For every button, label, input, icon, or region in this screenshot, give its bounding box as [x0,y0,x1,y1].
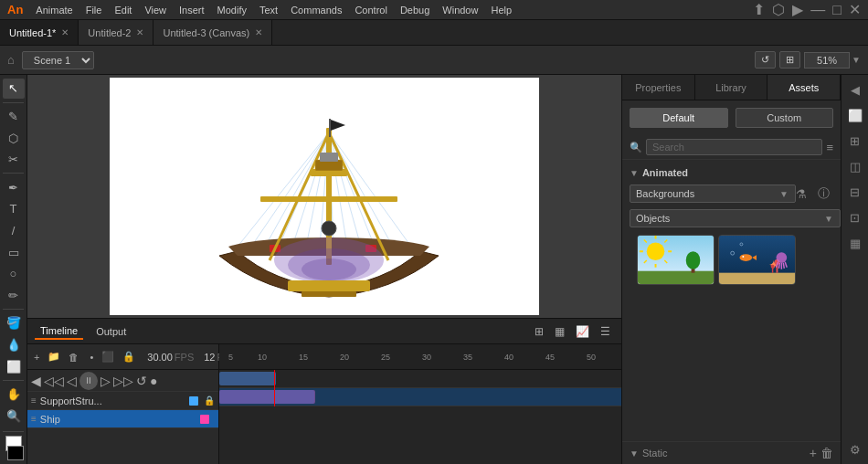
far-right-btn-5[interactable]: ⊟ [844,181,866,203]
dot-btn[interactable]: • [87,351,96,364]
tab-untitled2[interactable]: Untitled-2 ✕ [79,20,153,45]
menu-edit[interactable]: Edit [109,3,137,17]
thumb-sun[interactable] [637,235,715,285]
tool-zoom[interactable]: 🔍 [3,406,25,427]
prev-keyframe-btn[interactable]: ◀ [31,374,41,388]
tool-rect[interactable]: ▭ [3,242,25,262]
rotate-btn[interactable]: ↺ [755,51,776,69]
close-btn[interactable]: ✕ [849,1,861,18]
far-right-btn-bottom[interactable]: ⚙ [844,438,866,460]
layer-lock-1[interactable]: 🔒 [204,395,215,406]
frame-type-btn[interactable]: ⬛ [99,350,117,364]
tool-line[interactable]: / [3,221,25,241]
next-keyframe-btn[interactable]: ● [150,374,157,388]
backgrounds-select[interactable]: Backgrounds Objects Characters [630,185,796,203]
loop-btn[interactable]: ↺ [136,374,147,388]
canvas-area[interactable] [27,75,621,318]
menu-window[interactable]: Window [437,3,483,17]
panel-tab-properties[interactable]: Properties [622,75,695,100]
menu-commands[interactable]: Commands [285,3,347,17]
minimize-btn[interactable]: — [810,2,825,18]
asset-type-default[interactable]: Default [630,108,728,128]
play-pause-btn[interactable]: ⏸ [79,372,98,390]
play-btn2[interactable]: ▷▷ [113,374,133,388]
restore-btn[interactable]: ⬡ [772,1,785,18]
tool-eraser[interactable]: ⬜ [3,356,25,376]
time-20: 20 [340,353,349,362]
output-tab[interactable]: Output [90,324,132,339]
far-right-btn-6[interactable]: ⊡ [844,206,866,228]
tab-untitled1-label: Untitled-1* [9,27,56,38]
maximize-btn[interactable]: □ [832,2,842,18]
svg-point-32 [647,242,665,260]
tool-pencil[interactable]: ✏ [3,286,25,306]
menu-help[interactable]: Help [485,3,517,17]
animated-section-header[interactable]: ▼ Animated [630,163,833,182]
menu-modify[interactable]: Modify [212,3,252,17]
menu-control[interactable]: Control [349,3,392,17]
timeline-tab[interactable]: Timeline [35,323,83,340]
panel-tab-assets[interactable]: Assets [767,75,841,100]
info-icon[interactable]: ⓘ [814,184,833,204]
menu-file[interactable]: File [80,3,108,17]
menu-debug[interactable]: Debug [395,3,435,17]
tab-untitled1-close[interactable]: ✕ [61,27,69,37]
tool-select[interactable]: ↖ [3,79,25,99]
snap-btn[interactable]: ⊞ [779,51,800,69]
home-icon[interactable]: ⌂ [7,53,15,67]
tab-untitled2-close[interactable]: ✕ [136,27,143,37]
folder-btn[interactable]: 📁 [45,350,63,364]
thumb-ocean[interactable]: ✦ [718,235,796,285]
motion-btn[interactable]: 🔒 [120,350,138,364]
fill-color[interactable] [7,446,24,460]
tl-graph-icon[interactable]: 📈 [572,323,593,340]
objects-select[interactable]: Objects Backgrounds Characters [630,209,841,227]
layer-ship[interactable]: ≡ Ship [27,410,218,428]
tool-lasso[interactable]: ✂ [3,150,25,170]
tl-collapse-icon[interactable]: ▦ [551,323,568,340]
scene-select[interactable]: Scene 1 [22,51,94,69]
rewind-btn[interactable]: ◁◁ [44,374,64,388]
delete-layer-btn[interactable]: 🗑 [66,351,81,364]
tab-untitled3-close[interactable]: ✕ [255,27,262,37]
static-delete-btn[interactable]: 🗑 [820,446,833,460]
menu-text[interactable]: Text [254,3,283,17]
static-add-btn[interactable]: + [810,446,817,460]
tool-eyedropper[interactable]: 💧 [3,335,25,355]
far-right-btn-7[interactable]: ▦ [844,232,866,254]
add-layer-btn[interactable]: + [31,351,42,364]
panel-tab-library[interactable]: Library [695,75,768,100]
tl-layers-icon[interactable]: ⊞ [531,323,547,340]
zoom-input[interactable] [804,52,850,69]
tool-bucket[interactable]: 🪣 [3,313,25,333]
track-row-2[interactable] [219,388,621,406]
tab-untitled1[interactable]: Untitled-1* ✕ [0,20,79,45]
list-view-icon[interactable]: ≡ [826,141,833,154]
asset-type-custom[interactable]: Custom [736,108,834,128]
far-right-btn-2[interactable]: ⬜ [844,104,866,126]
far-right-btn-1[interactable]: ◀ [844,79,866,100]
upload-btn[interactable]: ⬆ [753,1,765,18]
layer-supportstru[interactable]: ≡ SupportStru... 🔒 [27,392,218,410]
far-right-btn-4[interactable]: ◫ [844,155,866,177]
menu-view[interactable]: View [139,3,172,17]
tab-untitled3[interactable]: Untitled-3 (Canvas) ✕ [153,20,272,45]
menu-insert[interactable]: Insert [174,3,210,17]
tool-hand[interactable]: ✋ [3,385,25,405]
main-content: ↖ ✎ ⬡ ✂ ✒ T / ▭ ○ ✏ 🪣 💧 ⬜ ✋ 🔍 [0,75,868,464]
svg-point-27 [302,258,356,280]
tool-pen[interactable]: ✒ [3,177,25,197]
step-back-btn[interactable]: ◁ [67,374,77,388]
tool-subselect[interactable]: ✎ [3,107,25,127]
play-btn[interactable]: ▶ [792,1,803,18]
step-fwd-btn[interactable]: ▷ [101,374,111,388]
tl-menu-icon[interactable]: ☰ [597,323,614,340]
tool-text[interactable]: T [3,199,25,219]
search-bar: 🔍 ≡ [622,135,841,160]
far-right-btn-3[interactable]: ⊞ [844,130,866,152]
tool-transform[interactable]: ⬡ [3,128,25,148]
tool-oval[interactable]: ○ [3,264,25,284]
layer-type-icon-1: ≡ [31,395,37,406]
search-input[interactable] [646,139,822,155]
track-row-1[interactable] [219,370,621,388]
